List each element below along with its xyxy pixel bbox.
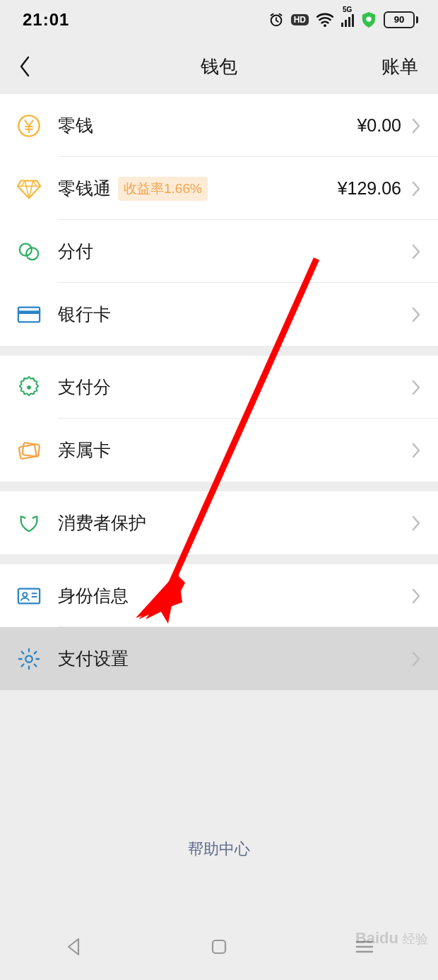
rings-icon — [17, 240, 58, 264]
row-lqt[interactable]: 零钱通 收益率1.66% ¥129.06 — [0, 157, 438, 220]
alarm-icon — [268, 12, 284, 28]
wifi-icon — [316, 12, 334, 28]
svg-rect-18 — [213, 940, 225, 953]
diamond-icon — [17, 178, 58, 199]
row-consumer[interactable]: 消费者保护 — [0, 491, 438, 554]
row-fenfu[interactable]: 分付 — [0, 220, 438, 283]
hd-icon: HD — [291, 14, 309, 25]
group-wallet: 零钱 ¥0.00 零钱通 收益率1.66% ¥129.06 分付 银行卡 — [0, 94, 438, 346]
chevron-right-icon — [411, 651, 421, 667]
svg-point-2 — [366, 16, 371, 21]
row-payscore[interactable]: 支付分 — [0, 356, 438, 419]
group-identity: 身份信息 支付设置 — [0, 564, 438, 690]
nav-recent-icon[interactable] — [354, 938, 375, 958]
chevron-right-icon — [411, 243, 421, 260]
id-card-icon — [17, 586, 58, 606]
page-title: 钱包 — [0, 54, 438, 79]
chevron-right-icon — [411, 379, 421, 396]
row-label: 身份信息 — [58, 584, 129, 607]
cellular-icon: 5G — [341, 13, 354, 27]
chevron-right-icon — [411, 180, 421, 197]
row-value: ¥129.06 — [338, 178, 401, 199]
battery-icon: 90 — [384, 11, 418, 28]
svg-point-13 — [25, 655, 32, 662]
chevron-right-icon — [411, 117, 421, 134]
row-balance[interactable]: 零钱 ¥0.00 — [0, 94, 438, 157]
row-label: 消费者保护 — [58, 511, 146, 535]
help-center-link[interactable]: 帮助中心 — [0, 839, 438, 860]
row-label: 支付设置 — [58, 647, 129, 670]
badge-star-icon — [17, 375, 58, 399]
nav-home-icon[interactable] — [209, 937, 229, 959]
title-bar: 钱包 账单 — [0, 39, 438, 94]
shield-icon — [361, 11, 377, 28]
row-label: 银行卡 — [58, 303, 111, 326]
row-label: 分付 — [58, 240, 93, 263]
chevron-right-icon — [411, 306, 421, 323]
svg-point-8 — [27, 385, 31, 390]
yen-circle-icon — [17, 114, 58, 138]
svg-rect-6 — [18, 307, 40, 322]
status-time: 21:01 — [23, 10, 69, 30]
row-family[interactable]: 亲属卡 — [0, 419, 438, 482]
row-label: 零钱 — [58, 114, 93, 137]
chevron-right-icon — [411, 588, 421, 605]
cards-icon — [17, 439, 58, 462]
back-button[interactable] — [0, 39, 49, 94]
gear-icon — [17, 647, 58, 671]
bill-button[interactable]: 账单 — [381, 54, 438, 79]
row-identity[interactable]: 身份信息 — [0, 564, 438, 627]
svg-point-12 — [23, 593, 27, 597]
chevron-right-icon — [411, 442, 421, 459]
row-label: 零钱通 — [58, 177, 111, 200]
row-bank[interactable]: 银行卡 — [0, 283, 438, 346]
group-pay: 支付分 亲属卡 — [0, 356, 438, 482]
status-right: HD 5G 90 — [268, 11, 418, 28]
row-label: 支付分 — [58, 375, 111, 399]
hands-heart-icon — [17, 512, 58, 535]
android-nav — [0, 916, 438, 980]
rate-badge: 收益率1.66% — [118, 177, 208, 201]
nav-back-icon[interactable] — [63, 936, 84, 960]
chevron-right-icon — [411, 515, 421, 532]
svg-point-1 — [324, 24, 326, 27]
row-value: ¥0.00 — [357, 115, 401, 136]
row-label: 亲属卡 — [58, 438, 111, 462]
row-settings[interactable]: 支付设置 — [0, 627, 438, 690]
card-icon — [17, 305, 58, 325]
status-bar: 21:01 HD 5G 90 — [0, 0, 438, 39]
group-consumer: 消费者保护 — [0, 491, 438, 554]
svg-rect-7 — [18, 310, 40, 314]
